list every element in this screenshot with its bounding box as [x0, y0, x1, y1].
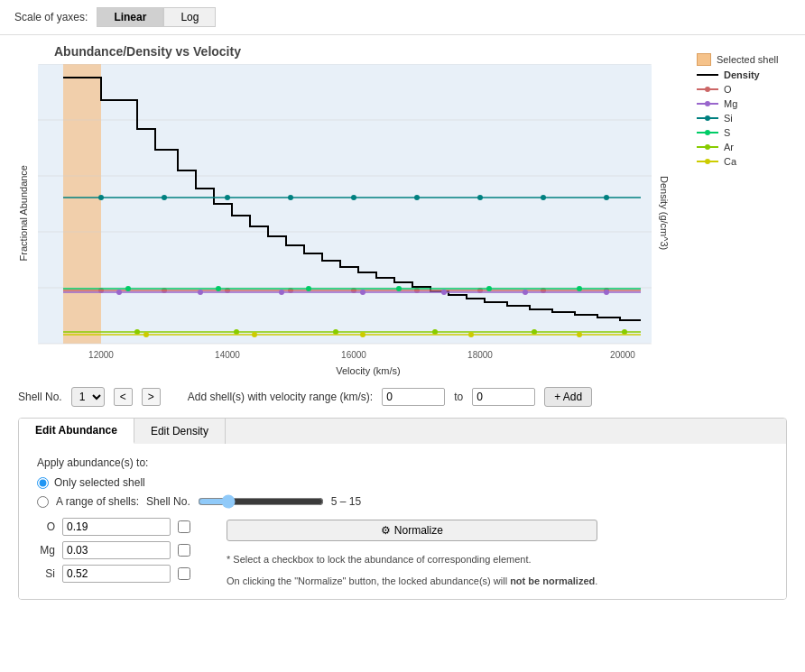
y-axis-left-label: Fractional Abundance	[18, 165, 29, 261]
svg-point-26	[351, 195, 356, 200]
chart-wrap: 0 0.2 0.4 0.6 0.8 1 0 2 4 6 8 10 12	[38, 64, 652, 362]
svg-point-55	[577, 286, 582, 291]
svg-point-58	[234, 329, 239, 335]
legend-label-si: Si	[724, 113, 733, 124]
svg-text:20000: 20000	[610, 350, 635, 360]
svg-point-64	[143, 332, 149, 337]
svg-text:12000: 12000	[88, 350, 114, 360]
legend-label-density: Density	[724, 69, 760, 80]
add-shell-label: Add shell(s) with velocity range (km/s):	[188, 391, 373, 403]
radio-only-shell-label: Only selected shell	[54, 476, 145, 489]
radio-only-shell[interactable]	[37, 477, 49, 489]
shell-no-label: Shell No.	[18, 391, 62, 403]
svg-text:18000: 18000	[467, 350, 493, 360]
svg-text:16000: 16000	[341, 350, 366, 360]
next-shell-button[interactable]: >	[142, 388, 161, 406]
svg-point-68	[577, 332, 582, 337]
svg-point-66	[360, 332, 365, 337]
legend-item-o: O	[697, 84, 787, 95]
svg-point-57	[134, 329, 140, 335]
top-bar: Scale of yaxes: Linear Log	[0, 0, 805, 35]
log-button[interactable]: Log	[163, 7, 216, 27]
legend-line-ar	[697, 146, 718, 148]
svg-point-45	[360, 290, 365, 295]
velocity-to-input[interactable]	[472, 388, 535, 406]
legend-label-s: S	[724, 127, 730, 138]
legend-label-selected-shell: Selected shell	[717, 54, 779, 65]
element-check-mg[interactable]	[178, 544, 190, 557]
svg-point-43	[198, 290, 203, 295]
normalize-note-3: .	[595, 575, 597, 586]
y-axis-right-label: Density (g/cm^3)	[659, 176, 670, 250]
legend-line-mg	[697, 103, 718, 105]
normalize-button[interactable]: ⚙ Normalize	[227, 520, 597, 541]
normalize-note-1: On clicking the "Normalize" button, the …	[227, 575, 510, 586]
svg-rect-1	[63, 64, 101, 344]
radio-range-shell[interactable]	[37, 496, 49, 508]
element-inputs-section: O Mg Si	[37, 518, 190, 583]
tab-edit-density[interactable]: Edit Density	[134, 419, 226, 444]
linear-button[interactable]: Linear	[97, 7, 163, 27]
element-input-mg[interactable]	[62, 541, 171, 559]
tab-content-abundance: Apply abundance(s) to: Only selected she…	[19, 444, 786, 599]
element-label-si: Si	[37, 567, 55, 580]
legend-item-mg: Mg	[697, 98, 787, 109]
svg-point-46	[441, 290, 447, 295]
svg-point-42	[116, 290, 122, 295]
svg-point-53	[396, 286, 402, 291]
element-label-mg: Mg	[37, 544, 55, 557]
legend-line-o	[697, 88, 718, 90]
shell-select[interactable]: 1 2 3	[71, 387, 105, 407]
legend-item-ar: Ar	[697, 142, 787, 152]
svg-point-30	[604, 195, 609, 200]
svg-point-25	[288, 195, 293, 200]
element-row-mg: Mg	[37, 541, 190, 559]
svg-point-28	[477, 195, 483, 200]
controls-bar: Shell No. 1 2 3 < > Add shell(s) with ve…	[0, 380, 805, 414]
svg-point-22	[98, 195, 104, 200]
legend-item-si: Si	[697, 113, 787, 124]
svg-point-60	[432, 329, 438, 335]
velocity-from-input[interactable]	[382, 388, 445, 406]
legend-line-si	[697, 117, 718, 119]
svg-point-48	[604, 290, 609, 295]
svg-point-24	[225, 195, 230, 200]
element-label-o: O	[37, 520, 55, 533]
add-shell-button[interactable]: + Add	[544, 387, 592, 407]
svg-rect-0	[38, 64, 652, 344]
chart-title: Abundance/Density vs Velocity	[54, 44, 670, 59]
legend-line-density	[697, 74, 718, 76]
element-check-si[interactable]	[178, 567, 190, 580]
normalize-note-2: not be normalized	[510, 575, 595, 586]
legend-item-s: S	[697, 127, 787, 138]
svg-point-23	[162, 195, 167, 200]
legend-label-o: O	[724, 84, 732, 95]
svg-point-51	[216, 286, 221, 291]
legend-label-ar: Ar	[724, 142, 734, 152]
radio-range-label: A range of shells:	[56, 495, 139, 508]
chart-svg: 0 0.2 0.4 0.6 0.8 1 0 2 4 6 8 10 12	[38, 64, 652, 362]
range-min-slider[interactable]	[198, 494, 324, 509]
apply-label: Apply abundance(s) to:	[37, 456, 768, 469]
normalize-info-section: ⚙ Normalize * Select a checkbox to lock …	[227, 518, 597, 586]
prev-shell-button[interactable]: <	[114, 388, 133, 406]
svg-point-50	[125, 286, 131, 291]
legend-item-selected-shell: Selected shell	[697, 53, 787, 66]
svg-point-44	[279, 290, 284, 295]
tabs-section: Edit Abundance Edit Density Apply abunda…	[18, 418, 787, 600]
element-input-o[interactable]	[62, 518, 171, 536]
to-label: to	[454, 391, 463, 403]
element-input-si[interactable]	[62, 565, 171, 583]
svg-point-59	[333, 329, 338, 335]
x-axis-label: Velocity (km/s)	[67, 365, 670, 376]
svg-point-54	[486, 286, 492, 291]
legend-line-s	[697, 132, 718, 133]
tab-edit-abundance[interactable]: Edit Abundance	[19, 419, 134, 444]
legend-item-ca: Ca	[697, 156, 787, 167]
legend-box-selected-shell	[697, 53, 711, 66]
legend-item-density: Density	[697, 69, 787, 80]
element-check-o[interactable]	[178, 520, 190, 533]
radio-only-shell-row: Only selected shell	[37, 476, 768, 489]
shell-no-range-label: Shell No.	[146, 495, 190, 508]
svg-point-65	[252, 332, 257, 337]
